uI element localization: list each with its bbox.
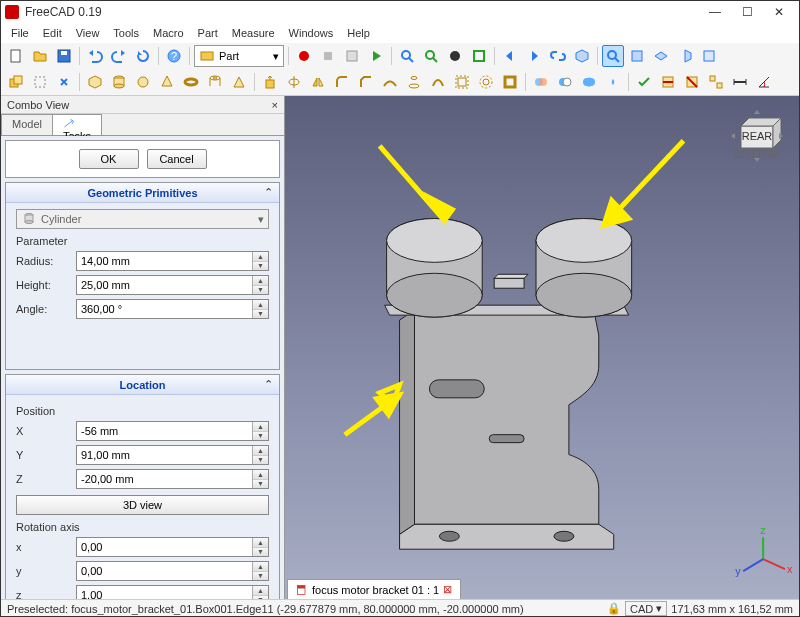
prism-icon[interactable] [228, 71, 250, 93]
navigation-cube[interactable]: REAR BOTTOM [729, 108, 785, 164]
tab-model[interactable]: Model [1, 114, 53, 135]
measure-linear-icon[interactable] [729, 71, 751, 93]
zoom-fit-icon[interactable] [396, 45, 418, 67]
lock-icon[interactable]: 🔒 [607, 602, 621, 615]
pos-x-input[interactable]: -56 mm▲▼ [76, 421, 269, 441]
menu-help[interactable]: Help [341, 25, 376, 41]
3d-view-button[interactable]: 3D view [16, 495, 269, 515]
menu-edit[interactable]: Edit [37, 25, 68, 41]
menu-macro[interactable]: Macro [147, 25, 190, 41]
cut-icon[interactable] [554, 71, 576, 93]
spin-down-icon[interactable]: ▼ [253, 262, 268, 271]
draw-style-icon[interactable] [444, 45, 466, 67]
loft-icon[interactable] [403, 71, 425, 93]
ruled-icon[interactable] [379, 71, 401, 93]
cancel-button[interactable]: Cancel [147, 149, 207, 169]
extrude-icon[interactable] [259, 71, 281, 93]
check-geometry-icon[interactable] [633, 71, 655, 93]
link-icon[interactable] [547, 45, 569, 67]
spin-up-icon[interactable]: ▲ [253, 252, 268, 262]
link-create-icon[interactable] [53, 71, 75, 93]
panel-close-icon[interactable]: × [272, 99, 278, 111]
menu-tools[interactable]: Tools [107, 25, 145, 41]
nav-back-icon[interactable] [499, 45, 521, 67]
union-icon[interactable] [578, 71, 600, 93]
intersect-icon[interactable] [602, 71, 624, 93]
spin-up-icon[interactable]: ▲ [253, 276, 268, 286]
rot-y-input[interactable]: 0,00▲▼ [76, 561, 269, 581]
open-file-icon[interactable] [29, 45, 51, 67]
ok-button[interactable]: OK [79, 149, 139, 169]
menu-measure[interactable]: Measure [226, 25, 281, 41]
view-rear-icon[interactable] [698, 45, 720, 67]
save-icon[interactable] [53, 45, 75, 67]
collapse-icon[interactable]: ⌃ [264, 378, 273, 391]
tube-icon[interactable] [204, 71, 226, 93]
cube-icon[interactable] [84, 71, 106, 93]
bbox-icon[interactable] [468, 45, 490, 67]
offset2d-icon[interactable] [475, 71, 497, 93]
sphere-icon[interactable] [132, 71, 154, 93]
height-input[interactable]: 25,00 mm▲▼ [76, 275, 269, 295]
fillet-icon[interactable] [331, 71, 353, 93]
pos-z-input[interactable]: -20,00 mm▲▼ [76, 469, 269, 489]
macro-play-icon[interactable] [365, 45, 387, 67]
refresh-icon[interactable] [132, 45, 154, 67]
nav-fwd-icon[interactable] [523, 45, 545, 67]
cone-icon[interactable] [156, 71, 178, 93]
spin-down-icon[interactable]: ▼ [253, 310, 268, 319]
torus-icon[interactable] [180, 71, 202, 93]
menu-view[interactable]: View [70, 25, 106, 41]
part-group-icon[interactable] [5, 71, 27, 93]
menu-part[interactable]: Part [192, 25, 224, 41]
collapse-icon[interactable]: ⌃ [264, 186, 273, 199]
macro-stop-icon[interactable] [317, 45, 339, 67]
view-top-icon[interactable] [650, 45, 672, 67]
zoom-select-icon[interactable] [420, 45, 442, 67]
menu-windows[interactable]: Windows [283, 25, 340, 41]
zoom-window-icon[interactable] [602, 45, 624, 67]
mirror-icon[interactable] [307, 71, 329, 93]
thickness-icon[interactable] [499, 71, 521, 93]
radius-input[interactable]: 14,00 mm▲▼ [76, 251, 269, 271]
nav-style-indicator[interactable]: CAD ▾ [625, 601, 667, 616]
measure-angular-icon[interactable] [753, 71, 775, 93]
view-right-icon[interactable] [674, 45, 696, 67]
chamfer-icon[interactable] [355, 71, 377, 93]
cross-section-icon[interactable] [681, 71, 703, 93]
menu-file[interactable]: File [5, 25, 35, 41]
redo-icon[interactable] [108, 45, 130, 67]
spin-up-icon[interactable]: ▲ [253, 300, 268, 310]
3d-viewport[interactable]: x z y REAR BOTTOM [285, 96, 799, 599]
boolean-icon[interactable] [530, 71, 552, 93]
revolve-icon[interactable] [283, 71, 305, 93]
macro-record-icon[interactable] [293, 45, 315, 67]
sweep-icon[interactable] [427, 71, 449, 93]
model-canvas[interactable]: x z y [285, 96, 799, 599]
tab-tasks[interactable]: Tasks [52, 114, 102, 135]
shape-selector[interactable]: Cylinder ▾ [16, 209, 269, 229]
macro-list-icon[interactable] [341, 45, 363, 67]
cylinder-icon[interactable] [108, 71, 130, 93]
angle-input[interactable]: 360,00 °▲▼ [76, 299, 269, 319]
new-file-icon[interactable] [5, 45, 27, 67]
help-icon[interactable]: ? [163, 45, 185, 67]
section-icon[interactable] [657, 71, 679, 93]
spin-down-icon[interactable]: ▼ [253, 286, 268, 295]
svg-rect-7 [324, 52, 332, 60]
iso-view-icon[interactable] [571, 45, 593, 67]
tab-close-icon[interactable]: ⊠ [443, 583, 452, 596]
view-front-icon[interactable] [626, 45, 648, 67]
workbench-selector[interactable]: Part ▾ [194, 45, 284, 67]
compound-icon[interactable] [705, 71, 727, 93]
pos-y-input[interactable]: 91,00 mm▲▼ [76, 445, 269, 465]
offset3d-icon[interactable] [451, 71, 473, 93]
group-icon[interactable] [29, 71, 51, 93]
undo-icon[interactable] [84, 45, 106, 67]
document-tab[interactable]: focus motor bracket 01 : 1 ⊠ [287, 579, 461, 599]
rot-z-input[interactable]: 1,00▲▼ [76, 585, 269, 599]
rot-x-input[interactable]: 0,00▲▼ [76, 537, 269, 557]
close-button[interactable]: ✕ [763, 2, 795, 22]
minimize-button[interactable]: — [699, 2, 731, 22]
maximize-button[interactable]: ☐ [731, 2, 763, 22]
